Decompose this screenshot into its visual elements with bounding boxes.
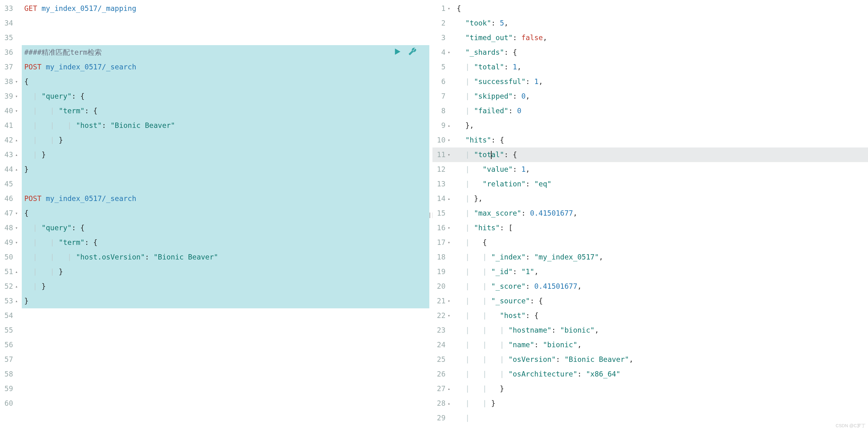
code-line[interactable]: }, <box>454 118 868 133</box>
line-number: 35 <box>0 30 22 45</box>
request-editor[interactable]: 333435363738▾39▾40▾4142▴43▴44▴454647▾48▾… <box>0 0 429 430</box>
code-line[interactable]: | | "_id": "1", <box>454 265 868 279</box>
fold-toggle-icon[interactable]: ▴ <box>447 401 451 406</box>
code-line[interactable] <box>22 177 429 191</box>
line-number: 24 <box>432 338 454 352</box>
code-line[interactable]: | "hits": [ <box>454 221 868 235</box>
code-line[interactable]: | | | "osArchitecture": "x86_64" <box>454 367 868 381</box>
code-line[interactable]: | "max_score": 0.41501677, <box>454 206 868 221</box>
fold-toggle-icon[interactable]: ▴ <box>14 269 19 274</box>
code-line[interactable]: | "failed": 0 <box>454 103 868 118</box>
code-line[interactable]: | | | "hostname": "bionic", <box>454 323 868 338</box>
fold-toggle-icon[interactable]: ▾ <box>14 94 19 99</box>
code-line[interactable] <box>22 16 429 30</box>
line-number: 28▴ <box>432 396 454 411</box>
code-line[interactable]: | "query": { <box>22 221 429 235</box>
fold-toggle-icon[interactable]: ▾ <box>447 6 451 11</box>
code-line[interactable]: | | | "name": "bionic", <box>454 338 868 352</box>
code-line[interactable]: | "value": 1, <box>454 162 868 177</box>
line-number: 56 <box>0 338 22 352</box>
code-line[interactable]: | } <box>22 148 429 162</box>
code-line[interactable] <box>22 381 429 396</box>
code-line[interactable]: | }, <box>454 191 868 206</box>
wrench-icon[interactable] <box>408 47 417 58</box>
code-line[interactable]: } <box>22 162 429 177</box>
right-code[interactable]: { "took": 5, "timed_out": false, "_shard… <box>454 0 868 430</box>
fold-toggle-icon[interactable]: ▴ <box>447 196 451 201</box>
code-line[interactable]: | | } <box>22 265 429 279</box>
code-line[interactable]: | "skipped": 0, <box>454 89 868 103</box>
code-line[interactable] <box>22 308 429 323</box>
code-line[interactable] <box>22 367 429 381</box>
code-line[interactable]: | | "_score": 0.41501677, <box>454 279 868 294</box>
code-line[interactable]: "timed_out": false, <box>454 30 868 45</box>
fold-toggle-icon[interactable]: ▾ <box>447 313 451 318</box>
fold-toggle-icon[interactable]: ▴ <box>14 298 19 303</box>
code-line[interactable]: | | "term": { <box>22 103 429 118</box>
code-line[interactable] <box>22 352 429 367</box>
code-line[interactable]: | | | "host.osVersion": "Bionic Beaver" <box>22 250 429 265</box>
fold-toggle-icon[interactable]: ▾ <box>14 211 19 216</box>
fold-toggle-icon[interactable]: ▴ <box>447 123 451 128</box>
code-line[interactable]: | "total": 1, <box>454 60 868 74</box>
code-line[interactable]: | | | "host": "Bionic Beaver" <box>22 118 429 133</box>
fold-toggle-icon[interactable]: ▴ <box>14 284 19 289</box>
line-number: 37 <box>0 60 22 74</box>
code-line[interactable] <box>22 396 429 411</box>
code-line[interactable]: "hits": { <box>454 133 868 148</box>
code-line[interactable]: { <box>22 74 429 89</box>
fold-toggle-icon[interactable]: ▾ <box>14 108 19 113</box>
code-line[interactable]: | <box>454 411 868 425</box>
code-line[interactable]: | "total": { <box>454 148 868 162</box>
code-line[interactable]: | "query": { <box>22 89 429 103</box>
line-number: 55 <box>0 323 22 338</box>
line-number: 45 <box>0 177 22 191</box>
fold-toggle-icon[interactable]: ▾ <box>14 225 19 230</box>
code-line[interactable]: | | } <box>454 396 868 411</box>
response-viewer[interactable]: 1▾234▾56789▴10▾11▾121314▴1516▾17▾1819202… <box>432 0 868 430</box>
code-line[interactable]: "_shards": { <box>454 45 868 60</box>
fold-toggle-icon[interactable]: ▾ <box>14 79 19 84</box>
line-number: 14▴ <box>432 191 454 206</box>
fold-toggle-icon[interactable]: ▾ <box>447 137 451 143</box>
line-number: 50 <box>0 250 22 265</box>
fold-toggle-icon[interactable]: ▾ <box>447 225 451 230</box>
code-line[interactable]: { <box>454 1 868 16</box>
code-line[interactable]: POST my_index_0517/_search <box>22 191 429 206</box>
code-line[interactable]: ####精准匹配term检索 <box>22 45 429 60</box>
pane-splitter[interactable]: || <box>429 0 432 430</box>
fold-toggle-icon[interactable]: ▴ <box>14 137 19 143</box>
code-line[interactable]: | | } <box>454 381 868 396</box>
line-number: 53▴ <box>0 294 22 308</box>
play-icon[interactable] <box>393 47 402 58</box>
code-line[interactable] <box>22 30 429 45</box>
code-line[interactable]: | "relation": "eq" <box>454 177 868 191</box>
left-code[interactable]: GET my_index_0517/_mapping####精准匹配term检索… <box>22 0 429 430</box>
code-line[interactable]: | | } <box>22 133 429 148</box>
code-line[interactable]: | | "_source": { <box>454 294 868 308</box>
fold-toggle-icon[interactable]: ▾ <box>14 240 19 245</box>
watermark: CSDN @C罗丁 <box>836 423 866 428</box>
line-number: 13 <box>432 177 454 191</box>
code-line[interactable]: | | "term": { <box>22 235 429 250</box>
code-line[interactable]: "took": 5, <box>454 16 868 30</box>
fold-toggle-icon[interactable]: ▴ <box>14 152 19 157</box>
code-line[interactable]: | } <box>22 279 429 294</box>
code-line[interactable]: } <box>22 294 429 308</box>
fold-toggle-icon[interactable]: ▾ <box>447 240 451 245</box>
fold-toggle-icon[interactable]: ▾ <box>447 50 451 55</box>
fold-toggle-icon[interactable]: ▴ <box>14 167 19 172</box>
code-line[interactable]: POST my_index_0517/_search <box>22 60 429 74</box>
code-line[interactable]: | | "_index": "my_index_0517", <box>454 250 868 265</box>
fold-toggle-icon[interactable]: ▾ <box>447 298 451 303</box>
code-line[interactable]: | | "host": { <box>454 308 868 323</box>
code-line[interactable] <box>22 338 429 352</box>
code-line[interactable]: | | | "osVersion": "Bionic Beaver", <box>454 352 868 367</box>
code-line[interactable] <box>22 323 429 338</box>
fold-toggle-icon[interactable]: ▾ <box>447 152 451 157</box>
code-line[interactable]: | { <box>454 235 868 250</box>
code-line[interactable]: { <box>22 206 429 221</box>
code-line[interactable]: GET my_index_0517/_mapping <box>22 1 429 16</box>
fold-toggle-icon[interactable]: ▴ <box>447 386 451 391</box>
code-line[interactable]: | "successful": 1, <box>454 74 868 89</box>
